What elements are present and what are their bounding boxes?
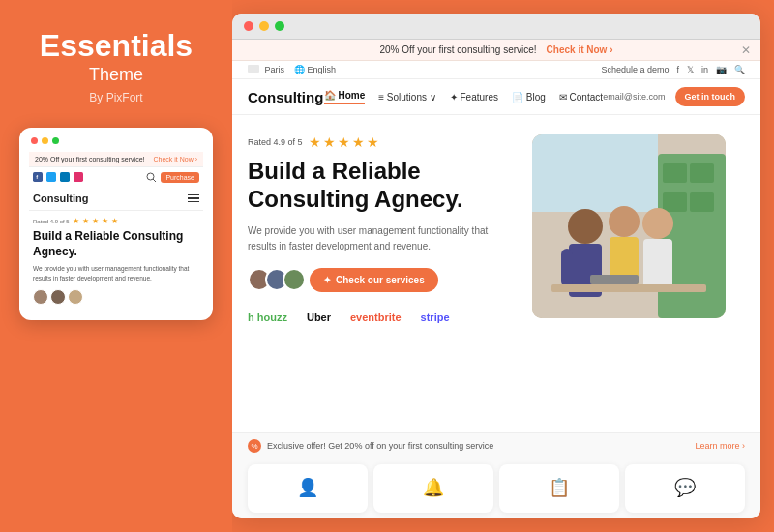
mobile-dot-yellow	[42, 137, 48, 144]
search-icon-header[interactable]: 🔍	[734, 65, 745, 74]
language-text: English	[308, 65, 337, 74]
left-panel: Essentials Theme By PixFort 20% Off your…	[0, 0, 232, 532]
announcement-cta-link[interactable]: Check it Now ›	[547, 44, 613, 55]
language-selector[interactable]: 🌐 English	[294, 65, 336, 74]
linkedin-social-link[interactable]: in	[701, 65, 708, 74]
nav-link-solutions[interactable]: ≡ Solutions ∨	[378, 92, 436, 103]
service-card-2[interactable]: 🔔	[373, 464, 493, 513]
svg-rect-3	[60, 172, 70, 182]
service-cards-row: 👤 🔔 📋 💬	[232, 458, 760, 518]
svg-rect-4	[74, 172, 83, 182]
service-card-icon-4: 💬	[674, 477, 696, 498]
mobile-avatar-1	[33, 289, 48, 305]
browser-window: 20% Off your first consulting service! C…	[232, 14, 760, 518]
ham-line-2	[188, 197, 199, 199]
nav-link-features[interactable]: ✦ Features	[450, 92, 498, 103]
svg-point-18	[609, 206, 640, 237]
mobile-menu-button[interactable]	[188, 194, 199, 203]
chrome-dot-yellow[interactable]	[259, 21, 269, 31]
mobile-hero-desc: We provide you with user management func…	[33, 264, 199, 283]
instagram-social-link[interactable]: 📷	[716, 65, 727, 74]
hero-avatar-3	[283, 268, 306, 291]
twitter-icon	[46, 172, 56, 182]
service-card-4[interactable]: 💬	[625, 464, 745, 513]
houzz-logo: h houzz	[248, 311, 287, 323]
mobile-star-5: ★	[111, 217, 118, 225]
svg-rect-12	[690, 192, 714, 212]
mobile-hero-heading: Build a Reliable Consulting Agnecy.	[33, 229, 199, 259]
announcement-close-icon[interactable]: ✕	[741, 44, 751, 57]
hero-star-3: ★	[338, 134, 350, 150]
mobile-mockup: 20% Off your first consulting service! C…	[19, 128, 213, 320]
nav-link-contact[interactable]: ✉ Contact	[559, 92, 603, 103]
hero-bottom: ✦ Check our services	[248, 268, 513, 292]
hero-illustration	[532, 134, 726, 318]
mobile-star-1: ★	[73, 217, 79, 225]
hero-heading: Build a Reliable Consulting Agnecy.	[248, 158, 513, 214]
brand-subtitle: Theme	[89, 65, 143, 85]
mobile-star-3: ★	[92, 217, 99, 225]
svg-rect-23	[590, 275, 639, 284]
svg-rect-21	[643, 239, 672, 289]
main-nav: Consulting 🏠 Home ≡ Solutions ∨ ✦ Featur…	[232, 79, 760, 115]
nav-link-home[interactable]: 🏠 Home	[324, 90, 366, 104]
mobile-announcement-link[interactable]: Check it Now ›	[153, 156, 197, 163]
chrome-dot-red[interactable]	[244, 21, 253, 31]
hero-star-2: ★	[323, 134, 336, 150]
nav-link-blog[interactable]: 📄 Blog	[512, 92, 546, 103]
uber-logo: Uber	[307, 311, 331, 323]
mobile-rating-text: Rated 4.9 of 5	[33, 219, 70, 224]
svg-point-5	[147, 173, 154, 180]
linkedin-icon	[60, 172, 70, 182]
svg-rect-22	[551, 284, 706, 292]
utility-nav-right: Schedule a demo f 𝕏 in 📷 🔍	[601, 65, 745, 74]
cta-label: Check our services	[336, 275, 425, 285]
hero-rating-text: Rated 4.9 of 5	[248, 137, 303, 147]
mobile-dot-green	[52, 137, 59, 144]
svg-text:f: f	[36, 174, 38, 180]
svg-point-20	[642, 208, 673, 239]
get-in-touch-button[interactable]: Get in touch	[675, 87, 746, 106]
mobile-logo: Consulting	[33, 192, 88, 204]
mobile-rating: Rated 4.9 of 5 ★ ★ ★ ★ ★	[33, 217, 199, 225]
twitter-social-link[interactable]: 𝕏	[687, 65, 694, 74]
ham-line-3	[188, 201, 199, 203]
mobile-star-2: ★	[82, 217, 89, 225]
mobile-avatars	[33, 289, 199, 305]
hero-right	[532, 134, 745, 423]
service-card-1[interactable]: 👤	[248, 464, 368, 513]
service-card-icon-3: 📋	[549, 477, 570, 498]
mobile-dot-red	[31, 137, 38, 144]
svg-point-14	[568, 209, 603, 244]
mobile-avatar-2	[50, 289, 66, 305]
learn-more-link[interactable]: Learn more ›	[695, 441, 745, 451]
announcement-text: 20% Off your first consulting service!	[379, 44, 536, 55]
ham-line-1	[188, 194, 199, 196]
mobile-window-controls	[29, 137, 203, 144]
bottom-offer-content: % Exclusive offer! Get 20% off on your f…	[248, 439, 493, 453]
hero-rating: Rated 4.9 of 5 ★ ★ ★ ★ ★	[248, 134, 513, 150]
facebook-social-link[interactable]: f	[676, 65, 679, 74]
nav-links: 🏠 Home ≡ Solutions ∨ ✦ Features 📄 Blog ✉…	[324, 90, 603, 104]
brand-title: Essentials	[40, 29, 193, 63]
schedule-demo-link[interactable]: Schedule a demo	[601, 65, 669, 74]
chrome-dot-green[interactable]	[275, 21, 284, 31]
facebook-icon: f	[33, 172, 43, 182]
hero-star-5: ★	[367, 134, 379, 150]
service-card-icon-1: 👤	[297, 477, 318, 498]
svg-rect-9	[663, 163, 687, 183]
utility-nav: Paris 🌐 English Schedule a demo f 𝕏 in 📷…	[232, 61, 760, 79]
mobile-purchase-button[interactable]: Purchase	[161, 172, 199, 183]
hero-avatars	[248, 268, 300, 291]
search-icon-mobile[interactable]	[145, 171, 157, 183]
cta-icon: ✦	[323, 275, 331, 285]
bottom-offer-text: Exclusive offer! Get 20% off on your fir…	[267, 441, 493, 451]
service-card-3[interactable]: 📋	[499, 464, 619, 513]
nav-email: email@site.com	[603, 92, 665, 102]
mobile-avatar-3	[68, 289, 83, 305]
check-services-button[interactable]: ✦ Check our services	[310, 268, 438, 292]
right-panel: 20% Off your first consulting service! C…	[232, 0, 774, 532]
mobile-announcement-text: 20% Off your first consulting service!	[35, 156, 144, 163]
hero-left: Rated 4.9 of 5 ★ ★ ★ ★ ★ Build a Reliabl…	[248, 134, 513, 423]
announcement-bar: 20% Off your first consulting service! C…	[232, 40, 760, 61]
